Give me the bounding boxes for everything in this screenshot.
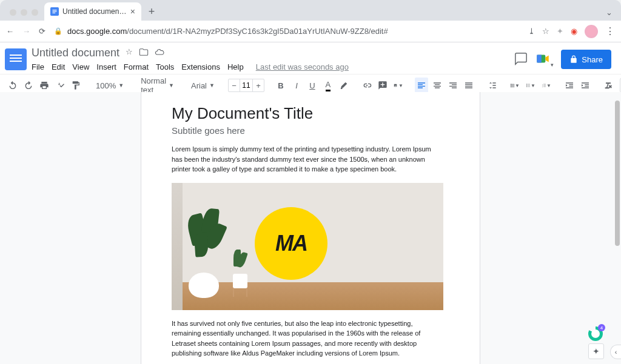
- close-tab-icon[interactable]: ×: [130, 7, 135, 16]
- menu-extensions[interactable]: Extensions: [181, 62, 220, 71]
- comment-history-icon[interactable]: [514, 52, 528, 67]
- share-label: Share: [582, 55, 603, 64]
- extension-dot-icon[interactable]: ◉: [571, 27, 577, 36]
- svg-point-8: [526, 86, 527, 87]
- docs-header: Untitled document ☆ File Edit View Inser…: [0, 42, 621, 74]
- numbered-list-button[interactable]: 123▼: [540, 78, 553, 93]
- decrease-indent-button[interactable]: [563, 78, 576, 93]
- bookmark-icon[interactable]: ☆: [542, 27, 549, 36]
- side-panel-toggle[interactable]: ‹: [610, 345, 621, 359]
- document-page[interactable]: My Document's Title Subtitle goes here L…: [141, 92, 480, 364]
- extensions-icon[interactable]: ✦: [557, 27, 563, 36]
- svg-text:3: 3: [542, 86, 543, 87]
- menu-help[interactable]: Help: [227, 62, 244, 71]
- increase-indent-button[interactable]: [579, 78, 592, 93]
- svg-rect-1: [53, 10, 57, 10]
- last-edit-link[interactable]: Last edit was seconds ago: [256, 62, 349, 71]
- document-heading[interactable]: My Document's Title: [172, 104, 443, 123]
- back-button[interactable]: ←: [6, 27, 14, 36]
- bold-button[interactable]: B: [274, 78, 287, 93]
- svg-rect-2: [53, 11, 57, 12]
- docs-favicon-icon: [50, 7, 59, 16]
- align-right-button[interactable]: [446, 78, 460, 93]
- lock-icon: [569, 55, 578, 64]
- menu-view[interactable]: View: [72, 62, 89, 71]
- document-canvas[interactable]: My Document's Title Subtitle goes here L…: [0, 92, 621, 364]
- insert-comment-button[interactable]: [376, 78, 389, 93]
- italic-button[interactable]: I: [290, 78, 303, 93]
- menu-format[interactable]: Format: [124, 62, 149, 71]
- menu-insert[interactable]: Insert: [96, 62, 116, 71]
- profile-avatar[interactable]: [585, 25, 598, 38]
- document-subtitle[interactable]: Subtitle goes here: [172, 125, 443, 136]
- font-size-stepper[interactable]: − +: [228, 79, 264, 92]
- grammarly-badge: 4: [598, 324, 605, 331]
- star-icon[interactable]: ☆: [126, 47, 133, 59]
- meet-present-icon[interactable]: ▾: [535, 51, 554, 68]
- bullet-list-button[interactable]: ▼: [524, 78, 537, 93]
- paragraph-1[interactable]: Lorem Ipsum is simply dummy text of the …: [172, 144, 443, 174]
- browser-tab[interactable]: Untitled document - Google D ×: [44, 2, 141, 21]
- insert-image-button[interactable]: ▼: [392, 78, 405, 93]
- checklist-button[interactable]: ▼: [508, 78, 522, 93]
- font-size-decrease[interactable]: −: [229, 79, 240, 92]
- tab-label: Untitled document - Google D: [62, 7, 127, 16]
- redo-button[interactable]: [22, 78, 35, 93]
- window-controls[interactable]: [5, 9, 44, 21]
- url-text: docs.google.com/document/d/1R-NA2myzPDf3…: [67, 27, 388, 36]
- align-justify-button[interactable]: [462, 78, 475, 93]
- underline-button[interactable]: U: [306, 78, 319, 93]
- new-tab-button[interactable]: +: [144, 4, 159, 19]
- text-color-button[interactable]: A: [321, 78, 335, 93]
- docs-logo-icon[interactable]: [5, 48, 27, 70]
- font-size-input[interactable]: [240, 79, 253, 91]
- lock-icon: 🔒: [54, 27, 62, 35]
- svg-rect-5: [537, 55, 542, 62]
- menu-edit[interactable]: Edit: [52, 62, 65, 71]
- line-spacing-button[interactable]: [485, 78, 498, 93]
- font-size-increase[interactable]: +: [253, 79, 264, 92]
- move-icon[interactable]: [139, 47, 149, 59]
- spellcheck-button[interactable]: [53, 78, 67, 93]
- explore-button[interactable]: ✦: [588, 343, 604, 359]
- tabs-dropdown-icon[interactable]: ⌄: [606, 8, 616, 21]
- share-button[interactable]: Share: [561, 50, 611, 69]
- zoom-dropdown[interactable]: 100%▼: [92, 78, 127, 93]
- undo-button[interactable]: [6, 78, 19, 93]
- svg-point-6: [526, 84, 527, 84]
- paragraph-2[interactable]: It has survived not only five centuries,…: [172, 319, 443, 359]
- install-app-icon[interactable]: ⤓: [528, 27, 535, 36]
- image-badge: MA: [255, 207, 327, 280]
- document-image[interactable]: MA: [172, 183, 443, 310]
- browser-chrome: Untitled document - Google D × + ⌄ ← → ⟳…: [0, 0, 621, 42]
- align-center-button[interactable]: [431, 78, 444, 93]
- cloud-status-icon[interactable]: [155, 47, 164, 59]
- menu-bar: File Edit View Insert Format Tools Exten…: [32, 59, 514, 74]
- tab-strip: Untitled document - Google D × + ⌄: [0, 0, 621, 21]
- vertical-scrollbar[interactable]: [615, 94, 620, 325]
- paragraph-style-dropdown[interactable]: Normal text▼: [137, 78, 178, 93]
- menu-file[interactable]: File: [32, 62, 44, 71]
- address-bar-row: ← → ⟳ 🔒 docs.google.com/document/d/1R-NA…: [0, 21, 621, 42]
- clear-formatting-button[interactable]: [602, 78, 615, 93]
- print-button[interactable]: [38, 78, 51, 93]
- document-title-input[interactable]: Untitled document: [32, 47, 119, 59]
- reload-button[interactable]: ⟳: [39, 27, 45, 36]
- svg-rect-3: [53, 13, 56, 13]
- highlight-button[interactable]: [337, 78, 351, 93]
- menu-tools[interactable]: Tools: [156, 62, 174, 71]
- svg-point-7: [526, 85, 527, 85]
- grammarly-button[interactable]: 4: [588, 326, 603, 341]
- align-left-button[interactable]: [415, 78, 428, 93]
- paint-format-button[interactable]: [69, 78, 82, 93]
- forward-button[interactable]: →: [22, 27, 30, 36]
- browser-menu-icon[interactable]: ⋮: [605, 25, 615, 37]
- address-bar[interactable]: 🔒 docs.google.com/document/d/1R-NA2myzPD…: [52, 23, 522, 40]
- insert-link-button[interactable]: [360, 78, 374, 93]
- font-dropdown[interactable]: Arial▼: [187, 78, 218, 93]
